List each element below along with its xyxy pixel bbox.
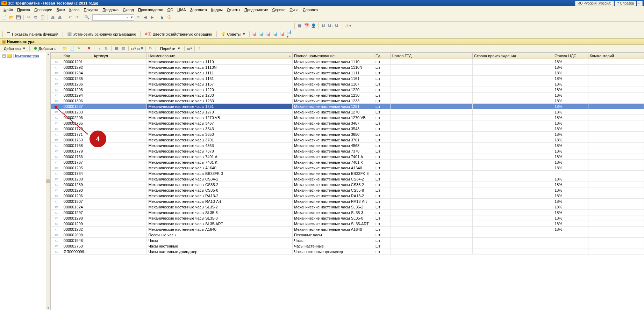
menu-item[interactable]: Банк — [55, 7, 67, 13]
info-icon[interactable]: ⓘ — [166, 14, 172, 21]
print-preview-icon[interactable]: 🖶 — [57, 14, 63, 21]
table-row[interactable]: ▭000001306Механические настенные часы 12… — [51, 98, 644, 104]
table-row[interactable]: ▭000001779Механические настенные часы 73… — [51, 148, 644, 154]
copy-icon[interactable]: ⧉ — [33, 14, 39, 21]
table-row[interactable]: ▭000002750Часы настенныеЧасы настенныешт — [51, 243, 644, 249]
wand-icon[interactable]: ✨▾ — [345, 23, 351, 29]
table-row[interactable]: ▭000001324Механические настенные часы SL… — [51, 204, 644, 210]
table-row[interactable]: ▭000001287Механические настенные часы 12… — [51, 104, 644, 109]
table-row[interactable]: ▭000001766Механические настенные часы 74… — [51, 154, 644, 160]
table-row[interactable]: ▭ЯЯ0000099...Часы настенные джинджерЧасы… — [51, 249, 644, 254]
col-name[interactable]: Наименование▴ — [147, 53, 293, 59]
table-row[interactable]: ▭000001293Механические настенные часы 12… — [51, 87, 644, 93]
table-row[interactable]: ▭000001286Механические настенные часы 11… — [51, 81, 644, 87]
report5-icon[interactable]: 📊 — [279, 31, 286, 37]
table-row[interactable]: ▭000001291Механические настенные часы 11… — [51, 59, 644, 65]
menu-item[interactable]: НМА — [175, 7, 188, 13]
report1-icon[interactable]: 📊 — [251, 31, 258, 37]
expand-icon[interactable]: + — [2, 54, 6, 58]
show-panel-button[interactable]: ☰ Показать панель функций — [5, 31, 61, 37]
col-art[interactable]: Артикул — [92, 53, 147, 59]
help-button[interactable]: ?Справка — [615, 1, 636, 6]
table-row[interactable]: ▭000001298Механические настенные часы SL… — [51, 215, 644, 221]
table-row[interactable]: ▭000001770Механические настенные часы 35… — [51, 126, 644, 132]
report4-icon[interactable]: 📊 — [272, 31, 279, 37]
menu-item[interactable]: Склад — [121, 7, 136, 13]
report3-icon[interactable]: 📊 — [265, 31, 272, 37]
table-row[interactable]: ▭000001307Механические настенные часы RA… — [51, 199, 644, 204]
menu-item[interactable]: Файл — [1, 7, 15, 13]
menu-item[interactable]: Правка — [15, 7, 32, 13]
goto-button[interactable]: Перейти ▾ — [158, 45, 183, 52]
m-minus-button[interactable]: M− — [335, 23, 341, 29]
table-row[interactable]: ▭000001767Механические настенные часы 74… — [51, 160, 644, 165]
redo-icon[interactable]: ↷ — [74, 14, 80, 21]
col-unit[interactable]: Ед. — [374, 53, 390, 59]
undo-icon[interactable]: ↶ — [67, 14, 73, 21]
user-icon[interactable]: 👤 — [310, 23, 317, 29]
search-field[interactable] — [93, 15, 125, 20]
col-country[interactable]: Страна происхождения — [472, 53, 553, 59]
table-row[interactable]: ▭000001289Механические настенные часы CS… — [51, 182, 644, 187]
hierarchy-icon[interactable]: ⇅ — [103, 45, 109, 52]
menu-item[interactable]: Производство — [136, 7, 165, 13]
nav-back-icon[interactable]: ◀ — [142, 14, 148, 21]
menu-item[interactable]: Кадры — [209, 7, 225, 13]
cut-icon[interactable]: ✂ — [26, 14, 32, 21]
selection-icon[interactable]: ⚏▾ — [130, 45, 137, 52]
table-row[interactable]: ▭000001294Механические настенные часы 12… — [51, 93, 644, 98]
journal-icon[interactable]: ▦ — [296, 23, 303, 29]
table-row[interactable]: ▭000001768Механические настенные часы 45… — [51, 143, 644, 148]
table-row[interactable]: ▭000001948ЧасыЧасышт — [51, 238, 644, 243]
menu-item[interactable]: ОС — [165, 7, 176, 13]
add-copy-icon[interactable]: 📄 — [69, 45, 75, 52]
search-input[interactable]: × ▾ — [92, 14, 134, 21]
m-plus-button[interactable]: M+ — [328, 23, 334, 29]
add-button[interactable]: ⊕ Добавить — [31, 45, 58, 52]
report6-icon[interactable]: 📊▾ — [286, 31, 293, 37]
enter-op-button[interactable]: Аⓘ Ввести хозяйственную операцию — [142, 31, 214, 37]
menu-item[interactable]: Окна — [287, 7, 301, 13]
calc-icon[interactable]: 🖩 — [159, 14, 165, 21]
table-row[interactable]: ▭000001284Механические настенные часы 11… — [51, 70, 644, 76]
table-row[interactable]: ▭000002206Механические настенные часы 12… — [51, 115, 644, 120]
menu-item[interactable]: Справка — [301, 7, 320, 13]
tree-root-node[interactable]: + Номенклатура — [1, 53, 50, 59]
table-row[interactable]: ▭000001769Механические настенные часы 37… — [51, 137, 644, 143]
print-icon[interactable]: 🖶 — [50, 14, 56, 21]
nav-fwd-icon[interactable]: ▶ — [149, 14, 155, 21]
menu-item[interactable]: Отчеты — [225, 7, 242, 13]
col-full[interactable]: Полное наименование — [293, 53, 374, 59]
find-icon[interactable]: 🔍 — [84, 14, 90, 21]
search-dropdown-icon[interactable]: ▾ — [130, 15, 134, 20]
tree-scrollbar[interactable] — [46, 52, 50, 310]
menu-item[interactable]: Сервис — [270, 7, 288, 13]
table-row[interactable]: ▭000001282Механические настенные часы А1… — [51, 227, 644, 232]
col-code[interactable]: Код — [62, 53, 92, 59]
new-doc-icon[interactable]: 📄 — [1, 14, 8, 21]
col-icon[interactable] — [51, 53, 62, 59]
table-row[interactable]: ▭000001296Механические настенные часы RA… — [51, 193, 644, 199]
col-gtd[interactable]: Номер ГТД — [390, 53, 472, 59]
report2-icon[interactable]: 📊 — [258, 31, 265, 37]
paste-icon[interactable]: 📋 — [40, 14, 46, 21]
table-row[interactable]: ▭000001764Механические настенные часы BB… — [51, 171, 644, 176]
menu-item[interactable]: Зарплата — [188, 7, 209, 13]
overflow-button[interactable]: ⋯ — [637, 1, 643, 6]
filter2-icon[interactable]: ▥ — [120, 45, 127, 52]
language-switcher[interactable]: RU Русский (Россия) — [575, 1, 614, 6]
table-row[interactable]: ▭000001295Механические настенные часы A1… — [51, 165, 644, 171]
col-vat[interactable]: Ставка НДС — [553, 53, 588, 59]
table-row[interactable]: ▭000001765Механические настенные часы 34… — [51, 120, 644, 126]
edit-icon[interactable]: ✎ — [76, 45, 82, 52]
table-row[interactable]: ▭000001297Механические настенные часы SL… — [51, 210, 644, 215]
delete-icon[interactable]: ✖ — [86, 45, 92, 52]
save-icon[interactable]: 💾 — [15, 14, 22, 21]
refresh-icon[interactable]: ⟳ — [135, 14, 141, 21]
set-org-button[interactable]: 🏢 Установить основную организацию — [65, 31, 139, 37]
clear-search-icon[interactable]: × — [125, 15, 130, 20]
table-row[interactable]: ▭000001283Механические настенные часы 12… — [51, 109, 644, 115]
menu-item[interactable]: Покупка — [82, 7, 101, 13]
table-row[interactable]: ▭000001299Механические настенные часы SL… — [51, 221, 644, 227]
add-folder-icon[interactable]: 📁 — [62, 45, 68, 52]
